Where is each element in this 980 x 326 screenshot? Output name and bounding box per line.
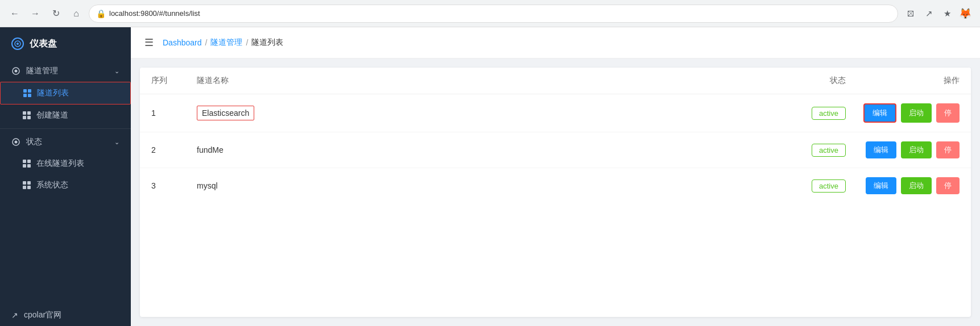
breadcrumb-tunnel-list: 隧道列表 [251, 37, 283, 48]
row-3-stop-button[interactable]: 停 [936, 177, 960, 194]
row-2-seq: 2 [151, 145, 197, 154]
row-1-name: Elasticsearch [197, 106, 743, 120]
col-header-actions: 操作 [846, 76, 960, 86]
online-tunnels-icon [23, 160, 31, 168]
url-text: localhost:9800/#/tunnels/list [109, 9, 200, 18]
row-1-actions: 编辑 启动 停 [846, 103, 960, 123]
tunnel-management-label: 隧道管理 [26, 66, 58, 76]
key-button[interactable]: ⛝ [903, 6, 919, 22]
page-header: ☰ Dashboard / 隧道管理 / 隧道列表 [131, 27, 980, 58]
col-header-name: 隧道名称 [197, 76, 743, 86]
svg-point-5 [15, 141, 18, 144]
sidebar-logo: 仪表盘 [0, 27, 131, 60]
row-3-edit-button[interactable]: 编辑 [866, 177, 896, 194]
row-2-start-button[interactable]: 启动 [901, 141, 932, 158]
create-tunnel-icon [23, 111, 31, 119]
address-bar[interactable]: 🔒 localhost:9800/#/tunnels/list [89, 5, 898, 23]
row-3-status-badge: active [812, 179, 846, 193]
sidebar-item-status[interactable]: 状态 ⌄ [0, 131, 131, 153]
breadcrumb: Dashboard / 隧道管理 / 隧道列表 [163, 37, 283, 48]
external-link-icon: ↗ [11, 311, 18, 320]
table-container: 序列 隧道名称 状态 操作 1 Elasticsearch active 编辑 … [140, 68, 971, 317]
external-link-label: cpolar官网 [24, 310, 61, 320]
browser-actions: ⛝ ↗ ★ 🦊 [903, 6, 973, 22]
tunnel-management-arrow: ⌄ [114, 68, 119, 75]
system-status-icon [23, 181, 31, 189]
table-row: 3 mysql active 编辑 启动 停 [140, 168, 971, 203]
sidebar-item-online-tunnels[interactable]: 在线隧道列表 [0, 153, 131, 174]
status-icon [11, 137, 20, 147]
sidebar-divider-1 [0, 128, 131, 129]
row-2-edit-button[interactable]: 编辑 [866, 141, 896, 158]
row-2-status-badge: active [812, 144, 846, 157]
table-row: 2 fundMe active 编辑 启动 停 [140, 132, 971, 168]
status-label: 状态 [26, 137, 42, 147]
logo-icon [11, 37, 24, 50]
sidebar-item-create-tunnel[interactable]: 创建隧道 [0, 105, 131, 126]
reload-button[interactable]: ↻ [48, 6, 64, 22]
row-2-stop-button[interactable]: 停 [936, 141, 960, 158]
table-header: 序列 隧道名称 状态 操作 [140, 68, 971, 94]
row-1-name-highlight: Elasticsearch [197, 106, 254, 120]
svg-point-3 [15, 70, 18, 73]
forward-button[interactable]: → [27, 6, 43, 22]
row-2-actions: 编辑 启动 停 [846, 141, 960, 158]
share-button[interactable]: ↗ [921, 6, 937, 22]
breadcrumb-sep-1: / [205, 38, 208, 47]
tunnel-list-label: 隧道列表 [37, 88, 69, 98]
row-3-name: mysql [197, 181, 743, 190]
tunnel-management-icon [11, 66, 20, 76]
sidebar-item-tunnel-management[interactable]: 隧道管理 ⌄ [0, 60, 131, 82]
row-1-status-cell: active [743, 107, 846, 120]
online-tunnels-label: 在线隧道列表 [36, 158, 84, 169]
row-3-seq: 3 [151, 181, 197, 190]
logo-text: 仪表盘 [30, 38, 57, 50]
lock-icon: 🔒 [96, 9, 106, 18]
sidebar-item-system-status[interactable]: 系统状态 [0, 174, 131, 196]
back-button[interactable]: ← [7, 6, 23, 22]
status-arrow: ⌄ [114, 139, 119, 146]
breadcrumb-sep-2: / [246, 38, 248, 47]
system-status-label: 系统状态 [36, 180, 68, 190]
row-1-status-badge: active [812, 107, 846, 120]
app-container: 仪表盘 隧道管理 ⌄ 隧道列表 创建隧道 [0, 27, 980, 326]
breadcrumb-dashboard[interactable]: Dashboard [163, 38, 202, 47]
row-3-actions: 编辑 启动 停 [846, 177, 960, 194]
col-header-seq: 序列 [151, 76, 197, 86]
row-2-status-cell: active [743, 144, 846, 157]
sidebar-item-external[interactable]: ↗ cpolar官网 [0, 304, 131, 326]
hamburger-button[interactable]: ☰ [144, 36, 154, 49]
create-tunnel-label: 创建隧道 [36, 110, 68, 120]
svg-point-1 [16, 43, 19, 45]
sidebar-item-tunnel-list[interactable]: 隧道列表 [0, 82, 131, 105]
home-button[interactable]: ⌂ [68, 6, 84, 22]
profile-button[interactable]: 🦊 [957, 6, 973, 22]
tunnel-list-icon [23, 89, 31, 97]
table-row: 1 Elasticsearch active 编辑 启动 停 [140, 94, 971, 132]
browser-chrome: ← → ↻ ⌂ 🔒 localhost:9800/#/tunnels/list … [0, 0, 980, 27]
row-1-seq: 1 [151, 108, 197, 118]
row-1-edit-button[interactable]: 编辑 [863, 103, 896, 123]
col-header-status: 状态 [743, 76, 846, 86]
main-content: ☰ Dashboard / 隧道管理 / 隧道列表 序列 隧道名称 状态 操作 … [131, 27, 980, 326]
row-3-status-cell: active [743, 179, 846, 193]
sidebar: 仪表盘 隧道管理 ⌄ 隧道列表 创建隧道 [0, 27, 131, 326]
star-button[interactable]: ★ [939, 6, 955, 22]
row-1-start-button[interactable]: 启动 [901, 103, 932, 123]
row-3-start-button[interactable]: 启动 [901, 177, 932, 194]
row-1-stop-button[interactable]: 停 [936, 103, 960, 123]
breadcrumb-tunnel-mgmt[interactable]: 隧道管理 [210, 37, 242, 48]
row-2-name: fundMe [197, 145, 743, 154]
